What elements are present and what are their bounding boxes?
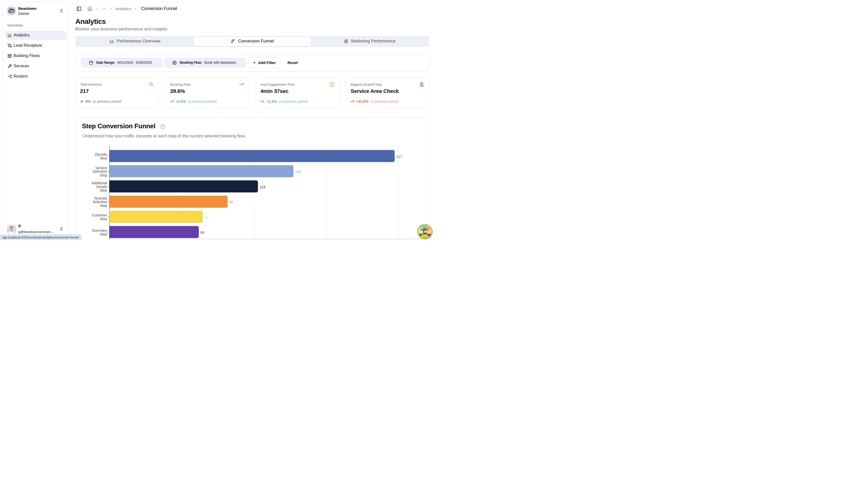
- panel-left-icon: [76, 6, 82, 11]
- browser-status-bar: app.localhost:4200/scheduler/analytics/c…: [0, 235, 82, 240]
- sidebar: Beantown Owner Scheduler AnalyticsLead R…: [2, 2, 69, 238]
- svg-text:Step: Step: [100, 188, 107, 192]
- stat-delta-suffix: vs previous period: [188, 99, 216, 103]
- sidebar-item-label: Routers: [13, 74, 28, 78]
- stat-delta: +8.8%vs previous period: [169, 99, 217, 103]
- svg-text:113: 113: [259, 185, 266, 189]
- svg-text:217: 217: [396, 155, 402, 159]
- breadcrumb-current-page: Conversion Funnel: [141, 6, 177, 11]
- sidebar-item-booking-flows[interactable]: Booking Flows: [5, 52, 67, 60]
- stat-cards: Total Sessions2170%vs previous periodBoo…: [75, 77, 430, 108]
- topbar-divider: [85, 5, 86, 12]
- sidebar-item-services[interactable]: Services: [5, 62, 67, 71]
- svg-text:68: 68: [200, 231, 204, 235]
- svg-text:Step: Step: [100, 173, 107, 177]
- calendar-icon: [173, 61, 177, 65]
- booking-flow-value: Book with Beantown: [204, 61, 236, 65]
- stat-delta-suffix: vs previous period: [92, 99, 121, 103]
- tab-label: Marketing Performance: [351, 39, 396, 44]
- stat-delta-value: +45.8%: [356, 99, 368, 103]
- tab-conversion-funnel[interactable]: Conversion Funnel: [194, 37, 311, 46]
- date-range-label: Date Range:: [96, 61, 115, 65]
- user-email: g@beantownservices....: [18, 230, 55, 234]
- stat-card-booking-rate: Booking Rate28.6%+8.8%vs previous period: [165, 77, 249, 108]
- sidebar-item-routers[interactable]: Routers: [5, 72, 67, 81]
- date-range-value: 8/31/2025 - 9/30/2025: [117, 61, 152, 65]
- stat-delta: 0%vs previous period: [80, 99, 121, 103]
- add-filter-button[interactable]: Add Filter: [248, 57, 281, 68]
- sidebar-section-label: Scheduler: [7, 23, 23, 27]
- app-screen: Beantown Owner Scheduler AnalyticsLead R…: [0, 0, 434, 240]
- stat-delta-value: -11.8%: [266, 99, 277, 103]
- calendar-icon: [89, 61, 93, 65]
- beantown-logo: [7, 6, 16, 15]
- clock-icon: [329, 82, 334, 87]
- stat-delta-value: 0%: [86, 99, 91, 103]
- svg-text:71: 71: [204, 215, 208, 219]
- stat-delta-value: +8.8%: [176, 99, 186, 103]
- chevrons-up-down-icon: [59, 9, 64, 13]
- trending-up-icon: [239, 82, 244, 87]
- stat-label: Biggest Dropoff Step: [351, 82, 382, 87]
- workspace-role: Owner: [18, 11, 29, 16]
- stat-value: Service Area Check: [351, 88, 399, 94]
- tab-label: Conversion Funnel: [238, 39, 274, 44]
- arrow-right-icon: [80, 99, 84, 103]
- breadcrumb: Analytics Conversion Funnel: [88, 4, 177, 13]
- workspace-switcher[interactable]: Beantown Owner: [7, 6, 64, 19]
- git-compare-arrows-icon: [7, 43, 12, 48]
- calendar-lines-icon: [7, 54, 12, 58]
- sidebar-toggle-button[interactable]: [75, 4, 83, 13]
- island-badge-icon[interactable]: [417, 224, 433, 240]
- svg-text:Step: Step: [100, 156, 107, 160]
- booking-flow-filter[interactable]: Booking Flow: Book with Beantown: [164, 58, 246, 68]
- filter-bar: Date Range: 8/31/2025 - 9/30/2025 Bookin…: [75, 54, 430, 71]
- svg-text:Step: Step: [100, 204, 107, 208]
- trending-down-icon: [260, 99, 264, 103]
- chevrons-up-down-icon: [59, 227, 64, 231]
- user-menu[interactable]: G g@beantownservices....: [7, 224, 64, 235]
- stat-delta: +45.8%vs previous period: [350, 99, 399, 103]
- booking-flow-label: Booking Flow:: [180, 61, 202, 65]
- goal-icon: [344, 39, 348, 43]
- add-filter-label: Add Filter: [258, 61, 276, 65]
- svg-text:140: 140: [295, 170, 301, 174]
- chevron-right-icon: [109, 7, 113, 10]
- breadcrumb-ellipsis-icon[interactable]: [102, 6, 106, 11]
- sidebar-item-analytics[interactable]: Analytics: [5, 31, 67, 40]
- sidebar-item-label: Analytics: [13, 33, 30, 37]
- funnel-card: Step Conversion Funnel Understand how yo…: [75, 117, 430, 240]
- chevron-right-icon: [95, 7, 99, 10]
- stat-delta-suffix: vs previous period: [279, 99, 307, 103]
- stat-card-biggest-dropoff-step: Biggest Dropoff StepService Area Check+4…: [346, 77, 430, 108]
- svg-text:90: 90: [229, 200, 234, 204]
- svg-text:Step: Step: [100, 217, 107, 221]
- breadcrumb-link-analytics[interactable]: Analytics: [115, 6, 131, 11]
- stat-value: 28.6%: [170, 88, 185, 94]
- tab-performance-overview[interactable]: Performance Overview: [76, 37, 194, 46]
- tab-marketing-performance[interactable]: Marketing Performance: [311, 37, 429, 46]
- sidebar-item-label: Services: [13, 64, 29, 68]
- stat-label: Avg Engagement Time: [260, 82, 295, 87]
- page-subtitle: Monitor your business performance and in…: [75, 26, 167, 32]
- home-icon[interactable]: [88, 6, 92, 11]
- reset-filters-button[interactable]: Reset: [287, 61, 298, 65]
- plus-icon: [253, 61, 256, 64]
- chart-column-icon: [110, 39, 114, 43]
- stat-value: 217: [80, 88, 89, 94]
- date-range-filter[interactable]: Date Range: 8/31/2025 - 9/30/2025: [81, 58, 162, 68]
- funnel-chart: ZipcodeStep217ServiceSelectionStep140Add…: [75, 117, 430, 240]
- trending-up-icon: [350, 99, 354, 103]
- stat-card-total-sessions: Total Sessions2170%vs previous period: [75, 77, 159, 108]
- trending-up-icon: [169, 99, 174, 103]
- door-open-icon: [420, 82, 425, 87]
- analytics-tabs: Performance OverviewConversion FunnelMar…: [75, 36, 429, 47]
- sidebar-item-label: Lead Recapture: [13, 43, 42, 48]
- stat-delta: -11.8%vs previous period: [260, 99, 308, 103]
- sidebar-item-label: Booking Flows: [13, 54, 40, 58]
- stat-label: Total Sessions: [80, 82, 102, 87]
- stat-card-avg-engagement-time: Avg Engagement Time4min 37sec-11.8%vs pr…: [256, 77, 339, 108]
- arrow-down-wide-narrow-icon: [231, 39, 235, 43]
- user-avatar: [7, 225, 16, 234]
- sidebar-item-lead-recapture[interactable]: Lead Recapture: [5, 41, 67, 50]
